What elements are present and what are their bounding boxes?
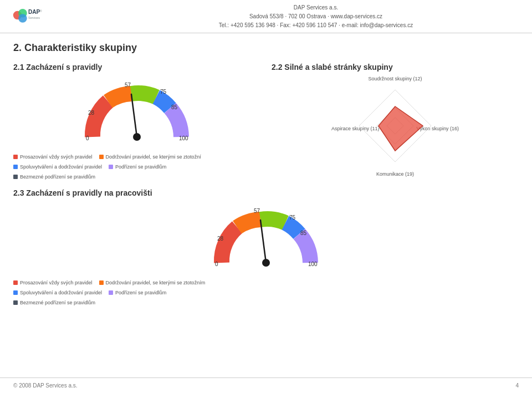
legend2-dot2 [99,280,104,285]
svg-point-13 [133,133,141,141]
legend1-dot5 [13,175,18,179]
section-21: 2.1 Zacházení s pravidly 0 28 [13,63,260,183]
svg-text:85: 85 [171,104,178,110]
gauge2-svg: 0 28 57 75 85 100 [205,202,327,274]
footer: © 2008 DAP Services a.s. 4 [0,377,532,393]
spider-area: Soudržnost skupiny (12) Výkon skupiny (1… [272,76,519,181]
page-title: 2. Charakteristiky skupiny [13,42,519,54]
header-address: Sadová 553/8 · 702 00 Ostrava · www.dap-… [109,12,523,21]
svg-text:28: 28 [217,236,224,242]
legend1-label1: Prosazování vždy svých pravidel [20,152,93,161]
section-22-title: 2.2 Silné a slabé stránky skupiny [272,63,519,72]
spider-label-top: Soudržnost skupiny (12) [368,76,422,81]
gauge1-container: 0 28 57 75 85 100 [13,76,260,148]
spider-wrapper: Soudržnost skupiny (12) Výkon skupiny (1… [331,76,459,181]
footer-page-number: 4 [515,382,519,389]
svg-point-2 [18,14,27,23]
legend1-dot1 [13,155,18,159]
section-21-title: 2.1 Zacházení s pravidly [13,63,260,72]
legend2-label1: Prosazování vždy svých pravidel [20,278,93,287]
spider-label-bottom: Komunikace (19) [376,171,414,177]
legend2-dot1 [13,280,18,285]
section-23-title: 2.3 Zacházení s pravidly na pracovišti [13,188,519,197]
header-company: DAP Services a.s. [109,3,523,12]
legend1: Prosazování vždy svých pravidel Dodržová… [13,152,260,182]
svg-text:Services: Services [28,16,40,19]
spider-svg [356,87,434,165]
legend2-label3: Spoluvytváření a dodržování pravidel [20,288,102,297]
legend2: Prosazování vždy svých pravidel Dodržová… [13,278,519,308]
svg-text:0: 0 [86,135,89,141]
legend1-dot2 [99,155,104,159]
legend2-dot5 [13,300,18,305]
legend1-label3: Spoluvytváření a dodržování pravidel [20,162,102,171]
legend1-dot4 [109,165,113,169]
svg-text:28: 28 [88,110,95,116]
legend2-item3: Bezmezné podřízení se pravidlům [13,298,519,307]
legend1-label5: Bezmezné podřízení se pravidlům [20,172,95,181]
header-info: DAP Services a.s. Sadová 553/8 · 702 00 … [109,3,523,30]
logo-svg: DAP Services ® [9,4,48,29]
section-row-top: 2.1 Zacházení s pravidly 0 28 [13,63,519,183]
legend1-dot3 [13,165,18,169]
logo-area: DAP Services ® [9,4,109,29]
header-contact: Tel.: +420 595 136 948 · Fax: +420 596 1… [109,21,523,30]
legend1-item2: Spoluvytváření a dodržování pravidel Pod… [13,162,260,171]
legend1-label2: Dodržování pravidel, se kterými se ztoto… [106,152,201,161]
svg-text:75: 75 [289,215,296,221]
svg-text:75: 75 [160,89,167,95]
gauge1-svg: 0 28 57 75 85 100 [76,76,198,148]
svg-text:®: ® [40,9,42,13]
gauge2-container: 0 28 57 75 85 100 [13,202,519,274]
legend2-label4: Podřízení se pravidlům [115,288,166,297]
legend2-label5: Bezmezné podřízení se pravidlům [20,298,95,307]
header: DAP Services ® DAP Services a.s. Sadová … [0,0,532,33]
footer-copyright: © 2008 DAP Services a.s. [13,382,78,389]
legend1-item3: Bezmezné podřízení se pravidlům [13,172,260,181]
svg-text:0: 0 [215,261,218,267]
main-content: 2. Charakteristiky skupiny 2.1 Zacházení… [0,33,532,317]
legend2-item2: Spoluvytváření a dodržování pravidel Pod… [13,288,519,297]
legend1-item1: Prosazování vždy svých pravidel Dodržová… [13,152,260,161]
svg-marker-26 [378,106,423,151]
svg-text:57: 57 [254,208,260,214]
svg-text:100: 100 [308,261,318,267]
legend2-label2: Dodržování pravidel, se kterými se ztoto… [106,278,206,287]
legend1-label4: Podřízení se pravidlům [115,162,166,171]
svg-text:85: 85 [300,230,307,236]
svg-text:57: 57 [125,82,131,88]
legend2-dot3 [13,290,18,295]
svg-point-34 [262,259,270,267]
legend2-dot4 [109,290,113,295]
section-22: 2.2 Silné a slabé stránky skupiny Soudrž… [272,63,519,183]
svg-text:100: 100 [179,135,188,141]
svg-text:DAP: DAP [28,9,40,15]
legend2-item1: Prosazování vždy svých pravidel Dodržová… [13,278,519,287]
section-23: 2.3 Zacházení s pravidly na pracovišti 0… [13,188,519,308]
